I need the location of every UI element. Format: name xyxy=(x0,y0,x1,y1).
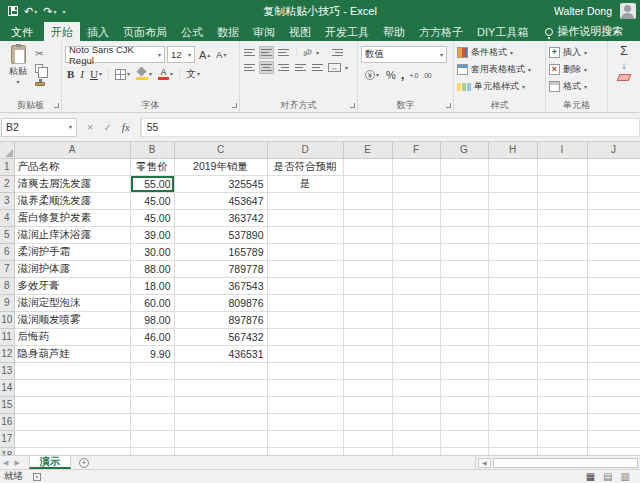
cell-C17[interactable] xyxy=(174,430,267,447)
cell-H15[interactable] xyxy=(488,396,537,413)
cell-C12[interactable]: 436531 xyxy=(174,345,267,362)
cell-D3[interactable] xyxy=(267,192,343,209)
cell-H4[interactable] xyxy=(488,209,537,226)
cell-D17[interactable] xyxy=(267,430,343,447)
cell-D16[interactable] xyxy=(267,413,343,430)
cell-I15[interactable] xyxy=(537,396,587,413)
cell-F6[interactable] xyxy=(392,243,440,260)
cell-H9[interactable] xyxy=(488,294,537,311)
increase-font-size-button[interactable]: A▴ xyxy=(197,47,212,63)
cell-D8[interactable] xyxy=(267,277,343,294)
cell-H12[interactable] xyxy=(488,345,537,362)
cell-J17[interactable] xyxy=(587,430,640,447)
cell-J1[interactable] xyxy=(587,158,640,175)
tab-开发工具[interactable]: 开发工具 xyxy=(318,22,376,41)
row-header-8[interactable]: 8 xyxy=(0,277,14,294)
cell-B15[interactable] xyxy=(130,396,174,413)
cell-B9[interactable]: 60.00 xyxy=(130,294,174,311)
cell-G10[interactable] xyxy=(440,311,488,328)
cell-H3[interactable] xyxy=(488,192,537,209)
phonetic-button[interactable]: 文▾ xyxy=(184,66,202,82)
cell-F8[interactable] xyxy=(392,277,440,294)
comma-style-button[interactable]: , xyxy=(401,71,405,79)
cell-F7[interactable] xyxy=(392,260,440,277)
cell-I18[interactable] xyxy=(537,447,587,455)
cell-C13[interactable] xyxy=(174,362,267,379)
column-header-A[interactable]: A xyxy=(14,142,130,158)
redo-button[interactable]: ↷▾ xyxy=(43,6,56,17)
column-header-D[interactable]: D xyxy=(267,142,343,158)
cell-I16[interactable] xyxy=(537,413,587,430)
cell-A13[interactable] xyxy=(14,362,130,379)
cell-styles-button[interactable]: 单元格样式 ▾ xyxy=(457,79,525,94)
cell-E6[interactable] xyxy=(343,243,392,260)
cell-J14[interactable] xyxy=(587,379,640,396)
tell-me-search[interactable]: 操作说明搜索 xyxy=(545,22,623,41)
cell-D4[interactable] xyxy=(267,209,343,226)
tab-开始[interactable]: 开始 xyxy=(44,22,80,41)
cell-E8[interactable] xyxy=(343,277,392,294)
column-header-C[interactable]: C xyxy=(174,142,267,158)
cell-E12[interactable] xyxy=(343,345,392,362)
row-header-1[interactable]: 1 xyxy=(0,158,14,175)
cell-E11[interactable] xyxy=(343,328,392,345)
cell-A10[interactable]: 滋润顺发喷雾 xyxy=(14,311,130,328)
cell-A18[interactable] xyxy=(14,447,130,455)
row-header-11[interactable]: 11 xyxy=(0,328,14,345)
cell-H8[interactable] xyxy=(488,277,537,294)
cell-F5[interactable] xyxy=(392,226,440,243)
view-normal-icon[interactable]: ▦ xyxy=(586,472,595,482)
cell-H11[interactable] xyxy=(488,328,537,345)
font-color-button[interactable]: A▾ xyxy=(156,66,175,82)
tab-方方格子[interactable]: 方方格子 xyxy=(412,22,470,41)
percent-style-button[interactable]: % xyxy=(386,69,396,81)
delete-cells-button[interactable]: × 删除 ▾ xyxy=(549,62,587,77)
row-header-4[interactable]: 4 xyxy=(0,209,14,226)
cell-H6[interactable] xyxy=(488,243,537,260)
insert-function-button[interactable]: fx xyxy=(122,121,130,133)
row-header-15[interactable]: 15 xyxy=(0,396,14,413)
sheet-nav-prev-icon[interactable]: ◀ xyxy=(0,456,11,469)
italic-button[interactable]: I xyxy=(78,66,86,82)
cell-C2[interactable]: 325545 xyxy=(174,175,267,192)
cell-C6[interactable]: 165789 xyxy=(174,243,267,260)
cell-C4[interactable]: 363742 xyxy=(174,209,267,226)
cell-G17[interactable] xyxy=(440,430,488,447)
macro-record-icon[interactable] xyxy=(33,473,41,481)
cell-H17[interactable] xyxy=(488,430,537,447)
cell-A14[interactable] xyxy=(14,379,130,396)
cell-D13[interactable] xyxy=(267,362,343,379)
cell-D18[interactable] xyxy=(267,447,343,455)
cell-C16[interactable] xyxy=(174,413,267,430)
cell-G5[interactable] xyxy=(440,226,488,243)
cell-I14[interactable] xyxy=(537,379,587,396)
increase-indent-icon[interactable] xyxy=(311,62,324,73)
cell-B14[interactable] xyxy=(130,379,174,396)
cell-C8[interactable]: 367543 xyxy=(174,277,267,294)
cell-A17[interactable] xyxy=(14,430,130,447)
cell-D9[interactable] xyxy=(267,294,343,311)
clear-button[interactable] xyxy=(617,74,632,81)
cell-E2[interactable] xyxy=(343,175,392,192)
cell-A12[interactable]: 隐身葫芦娃 xyxy=(14,345,130,362)
cell-J18[interactable] xyxy=(587,447,640,455)
alignment-dialog-launcher[interactable] xyxy=(350,103,355,108)
tab-插入[interactable]: 插入 xyxy=(80,22,116,41)
cell-A11[interactable]: 后悔药 xyxy=(14,328,130,345)
name-box[interactable]: B2 ▾ xyxy=(1,118,77,137)
column-header-I[interactable]: I xyxy=(537,142,587,158)
cell-B3[interactable]: 45.00 xyxy=(130,192,174,209)
copy-button[interactable]: ▾ xyxy=(35,62,47,75)
cell-I1[interactable] xyxy=(537,158,587,175)
align-center-icon[interactable] xyxy=(260,62,273,73)
cell-H10[interactable] xyxy=(488,311,537,328)
cell-A5[interactable]: 滋润止痒沐浴露 xyxy=(14,226,130,243)
cell-J13[interactable] xyxy=(587,362,640,379)
cell-J4[interactable] xyxy=(587,209,640,226)
cell-F10[interactable] xyxy=(392,311,440,328)
cell-H18[interactable] xyxy=(488,447,537,455)
cell-J15[interactable] xyxy=(587,396,640,413)
cell-F4[interactable] xyxy=(392,209,440,226)
cell-E14[interactable] xyxy=(343,379,392,396)
cell-J9[interactable] xyxy=(587,294,640,311)
